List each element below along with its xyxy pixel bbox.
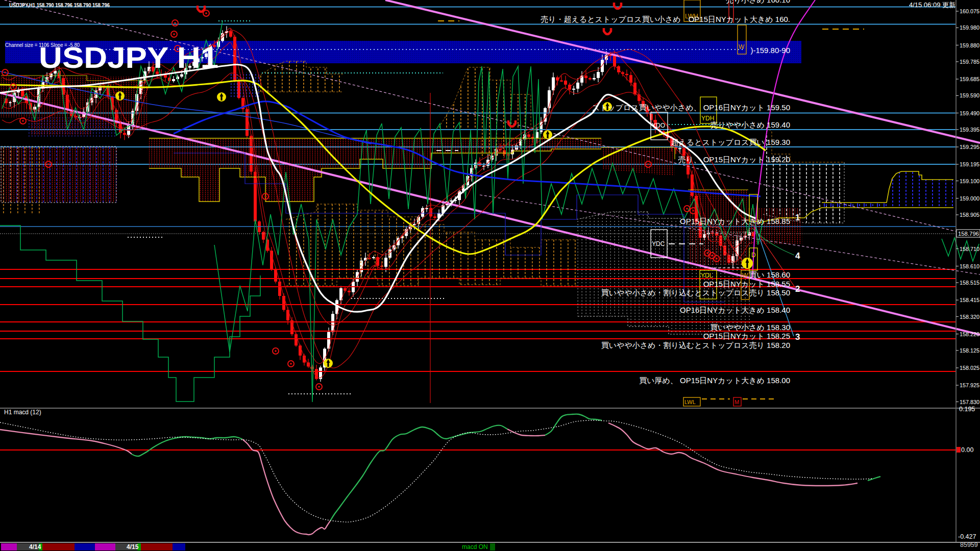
svg-text:OP15日NYカット大きめ 158.85: OP15日NYカット大きめ 158.85	[680, 217, 790, 226]
svg-text:159.880: 159.880	[960, 42, 979, 48]
svg-text:157.925: 157.925	[960, 382, 979, 388]
svg-text:158.905: 158.905	[960, 212, 979, 218]
svg-text:4/15: 4/15	[127, 543, 139, 550]
svg-text:159.685: 159.685	[960, 76, 979, 82]
svg-text:YDL: YDL	[701, 272, 713, 279]
svg-text:売り、 OP15日NYカット 159.20: 売り、 OP15日NYカット 159.20	[678, 155, 790, 164]
svg-text:0.195: 0.195	[959, 406, 975, 413]
svg-text:159.000: 159.000	[960, 195, 979, 202]
svg-text:売り・超えるとストップロス買い小さめ OP15日NYカット大: 売り・超えるとストップロス買い小さめ OP15日NYカット大きめ 160.	[541, 15, 790, 23]
svg-text:W: W	[739, 43, 745, 51]
svg-text:超えるとストップロス買い 159.30: 超えるとストップロス買い 159.30	[671, 138, 790, 146]
svg-text:YDC: YDC	[652, 240, 665, 247]
svg-text:買いやや小さめ・割り込むとストップロス売り 158.50: 買いやや小さめ・割り込むとストップロス売り 158.50	[601, 288, 790, 297]
svg-text:M: M	[734, 399, 739, 405]
svg-text:158.220: 158.220	[960, 331, 979, 337]
svg-text:159.100: 159.100	[960, 178, 979, 184]
svg-text:USDJPY H1: USDJPY H1	[39, 41, 218, 74]
svg-text:159.980: 159.980	[960, 24, 979, 31]
svg-text:3: 3	[795, 332, 800, 342]
svg-text:158.025: 158.025	[960, 365, 979, 371]
svg-text:USDJPY,H1 158.790 158.796 158: USDJPY,H1 158.790 158.796 158.790 158.79…	[9, 2, 110, 8]
svg-text:D: D	[751, 252, 756, 259]
svg-text:2: 2	[795, 284, 800, 294]
svg-text:売りやや小さめ 159.40: 売りやや小さめ 159.40	[710, 120, 790, 129]
svg-text:158.796: 158.796	[958, 231, 979, 237]
svg-text:買い厚め、 OP15日NYカット大きめ 158.00: 買い厚め、 OP15日NYカット大きめ 158.00	[639, 376, 790, 385]
svg-text:159.490: 159.490	[960, 110, 979, 116]
svg-text:158.415: 158.415	[960, 297, 979, 303]
svg-text:買い 158.60: 買い 158.60	[749, 270, 790, 279]
svg-text:OP15日NYカット 158.25: OP15日NYカット 158.25	[703, 332, 790, 340]
svg-text:4: 4	[795, 251, 800, 261]
svg-text:1: 1	[795, 213, 800, 222]
svg-text:158.610: 158.610	[960, 263, 979, 269]
svg-text:160.075: 160.075	[960, 8, 979, 14]
svg-text:4/14: 4/14	[29, 543, 41, 550]
svg-text:159.295: 159.295	[960, 144, 979, 150]
svg-text:159.195: 159.195	[960, 161, 979, 167]
svg-text:159.395: 159.395	[960, 127, 979, 133]
svg-text:OP15日NYカット 158.55: OP15日NYカット 158.55	[703, 280, 790, 288]
svg-text:OP16日NYカット大きめ 158.40: OP16日NYカット大きめ 158.40	[680, 306, 790, 314]
svg-text:4/15 06:09 更新: 4/15 06:09 更新	[909, 1, 955, 9]
svg-text:158.710: 158.710	[960, 246, 979, 252]
svg-text:85959: 85959	[960, 541, 978, 548]
svg-text:0.00: 0.00	[961, 446, 973, 454]
svg-text:W: W	[742, 272, 748, 279]
svg-text:159.785: 159.785	[960, 59, 979, 65]
svg-text:売り小さめ 160.10: 売り小さめ 160.10	[726, 0, 790, 4]
svg-text:H1 macd (12): H1 macd (12)	[4, 409, 41, 416]
svg-text:YDO: YDO	[652, 122, 665, 129]
svg-text:macd ON: macd ON	[462, 543, 488, 550]
svg-text:158.125: 158.125	[960, 347, 979, 354]
svg-text:買いやや小さめ・割り込むとストップロス売り 158.20: 買いやや小さめ・割り込むとストップロス売り 158.20	[601, 341, 790, 349]
svg-text:)-159.80-90: )-159.80-90	[750, 46, 790, 55]
svg-text:158.515: 158.515	[960, 280, 979, 286]
svg-text:157.830: 157.830	[960, 399, 979, 405]
svg-text:-0.427: -0.427	[958, 533, 976, 540]
svg-text:159.590: 159.590	[960, 92, 979, 98]
svg-text:ストップロス買いやや小さめ、 OP16日NYカット 159.: ストップロス買いやや小さめ、 OP16日NYカット 159.50	[592, 103, 790, 112]
svg-text:LWL: LWL	[684, 399, 696, 405]
svg-text:158.320: 158.320	[960, 314, 979, 320]
svg-text:買いやや小さめ 158.30: 買いやや小さめ 158.30	[710, 323, 790, 332]
